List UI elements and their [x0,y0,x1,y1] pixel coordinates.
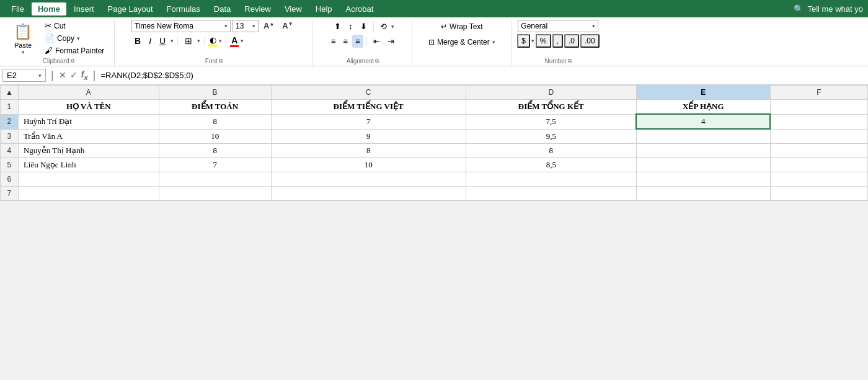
cell-c4[interactable]: 8 [271,143,466,157]
dollar-arrow[interactable]: ▾ [531,38,534,44]
cell-f5[interactable] [770,157,867,172]
text-angle-button[interactable]: ⟲ [377,20,390,33]
cell-e2[interactable]: 4 [636,114,770,129]
copy-dropdown-arrow[interactable]: ▾ [77,35,80,42]
cell-b1[interactable]: ĐIỂM TOÁN [159,100,271,115]
cell-f1[interactable] [770,100,867,115]
cell-name-box[interactable]: E2 ▾ [2,69,46,82]
cell-c1[interactable]: ĐIỂM TIẾNG VIỆT [271,100,466,115]
col-header-a[interactable]: A [18,86,159,100]
percent-button[interactable]: % [536,34,551,48]
cell-e4[interactable] [636,143,770,157]
cell-e6[interactable] [636,172,770,186]
cell-b3[interactable]: 10 [159,129,271,143]
cell-b7[interactable] [159,186,271,200]
decrease-decimal-button[interactable]: .0 [564,34,579,48]
col-header-b[interactable]: B [159,86,271,100]
menu-home[interactable]: Home [32,2,66,15]
col-header-e[interactable]: E [636,86,770,100]
underline-button[interactable]: U [156,35,169,47]
increase-decimal-button[interactable]: .00 [580,34,600,48]
align-middle-button[interactable]: ↕ [345,20,356,33]
number-expand-icon[interactable]: ⧉ [568,58,572,64]
cell-f7[interactable] [770,186,867,200]
cell-b2[interactable]: 8 [159,114,271,129]
cell-c5[interactable]: 10 [271,157,466,172]
menu-data[interactable]: Data [208,2,237,15]
cell-a4[interactable]: Nguyễn Thị Hạnh [18,143,159,157]
menu-view[interactable]: View [278,2,308,15]
menu-page-layout[interactable]: Page Layout [102,2,159,15]
alignment-expand-icon[interactable]: ⧉ [375,58,379,64]
bold-button[interactable]: B [131,35,144,47]
paste-dropdown-arrow[interactable]: ▾ [22,49,25,55]
menu-formulas[interactable]: Formulas [161,2,206,15]
cell-f2[interactable] [770,114,867,129]
wrap-text-button[interactable]: ↵ Wrap Text [436,20,488,33]
align-top-button[interactable]: ⬆ [331,20,344,33]
cell-a7[interactable] [18,186,159,200]
decrease-indent-button[interactable]: ⇤ [370,35,383,48]
cell-d7[interactable] [466,186,636,200]
cell-a5[interactable]: Liêu Ngọc Linh [18,157,159,172]
borders-button[interactable]: ⊞ [182,35,195,47]
borders-arrow[interactable]: ▾ [197,38,200,44]
cell-d1[interactable]: ĐIỂM TỔNG KẾT [466,100,636,115]
highlight-color-button[interactable]: ◐ [208,35,217,46]
cell-f6[interactable] [770,172,867,186]
menu-help[interactable]: Help [309,2,339,15]
merge-center-arrow[interactable]: ▾ [492,39,495,45]
cell-c2[interactable]: 7 [271,114,466,129]
cell-b4[interactable]: 8 [159,143,271,157]
font-color-arrow[interactable]: ▾ [241,38,244,44]
increase-indent-button[interactable]: ⇥ [384,35,397,48]
align-left-button[interactable]: ≡ [328,35,339,48]
paste-button[interactable]: 📋 Paste ▾ [7,20,38,56]
cell-f3[interactable] [770,129,867,143]
insert-function-icon[interactable]: fx [81,69,88,81]
highlight-arrow[interactable]: ▾ [219,38,222,44]
number-format-select[interactable]: General ▾ [518,20,598,32]
menu-review[interactable]: Review [238,2,277,15]
merge-center-button[interactable]: ⊡ Merge & Center ▾ [423,35,500,49]
cell-a3[interactable]: Trần Văn A [18,129,159,143]
menu-acrobat[interactable]: Acrobat [340,2,380,15]
cut-button[interactable]: ✂ Cut [42,20,107,32]
cell-a1[interactable]: HỌ VÀ TÊN [18,100,159,115]
underline-arrow[interactable]: ▾ [170,38,174,44]
cell-e7[interactable] [636,186,770,200]
cell-d5[interactable]: 8,5 [466,157,636,172]
clipboard-expand-icon[interactable]: ⧉ [71,58,74,64]
menu-insert[interactable]: Insert [68,2,100,15]
text-angle-arrow[interactable]: ▾ [391,24,394,30]
cell-d2[interactable]: 7,5 [466,114,636,129]
cell-a2[interactable]: Huỳnh Trí Đạt [18,114,159,129]
copy-button[interactable]: 📄 Copy ▾ [42,32,107,44]
cell-f4[interactable] [770,143,867,157]
cell-e5[interactable] [636,157,770,172]
cell-c7[interactable] [271,186,466,200]
align-bottom-button[interactable]: ⬇ [357,20,370,33]
cell-c3[interactable]: 9 [271,129,466,143]
italic-button[interactable]: I [146,35,154,47]
font-shrink-button[interactable]: A▼ [279,20,296,32]
dollar-button[interactable]: $ [517,34,530,48]
font-size-select[interactable]: 13 ▾ [232,20,259,32]
cell-b5[interactable]: 7 [159,157,271,172]
font-color-button[interactable]: A [230,35,239,47]
cell-b6[interactable] [159,172,271,186]
font-name-select[interactable]: Times New Roma ▾ [131,20,231,32]
font-expand-icon[interactable]: ⧉ [219,58,223,64]
col-header-c[interactable]: C [271,86,466,100]
cell-c6[interactable] [271,172,466,186]
cell-e1[interactable]: XẾP HẠNG [636,100,770,115]
confirm-formula-icon[interactable]: ✓ [70,70,78,80]
cell-e3[interactable] [636,129,770,143]
col-header-f[interactable]: F [770,86,867,100]
col-header-d[interactable]: D [466,86,636,100]
font-grow-button[interactable]: A▲ [260,20,277,32]
cell-a6[interactable] [18,172,159,186]
format-painter-button[interactable]: 🖌 Format Painter [42,45,107,56]
align-center-button[interactable]: ≡ [340,35,352,48]
align-right-button[interactable]: ≡ [352,35,363,48]
